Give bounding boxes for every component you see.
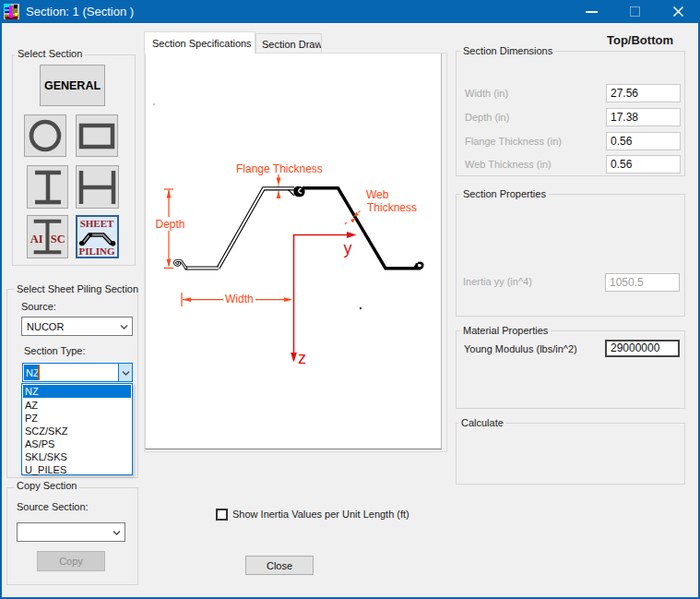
- svg-text:SC: SC: [51, 233, 65, 246]
- svg-text:SHEET: SHEET: [80, 218, 114, 229]
- svg-text:Web: Web: [366, 188, 389, 201]
- svg-text:Width: Width: [225, 293, 254, 305]
- svg-text:AI: AI: [30, 233, 43, 246]
- svg-text:Depth: Depth: [156, 218, 185, 231]
- svg-text:y: y: [344, 239, 352, 258]
- svg-text:PILING: PILING: [78, 246, 115, 257]
- svg-text:Flange Thickness: Flange Thickness: [236, 162, 323, 175]
- svg-text:Thickness: Thickness: [367, 201, 417, 214]
- svg-text:z: z: [298, 349, 306, 367]
